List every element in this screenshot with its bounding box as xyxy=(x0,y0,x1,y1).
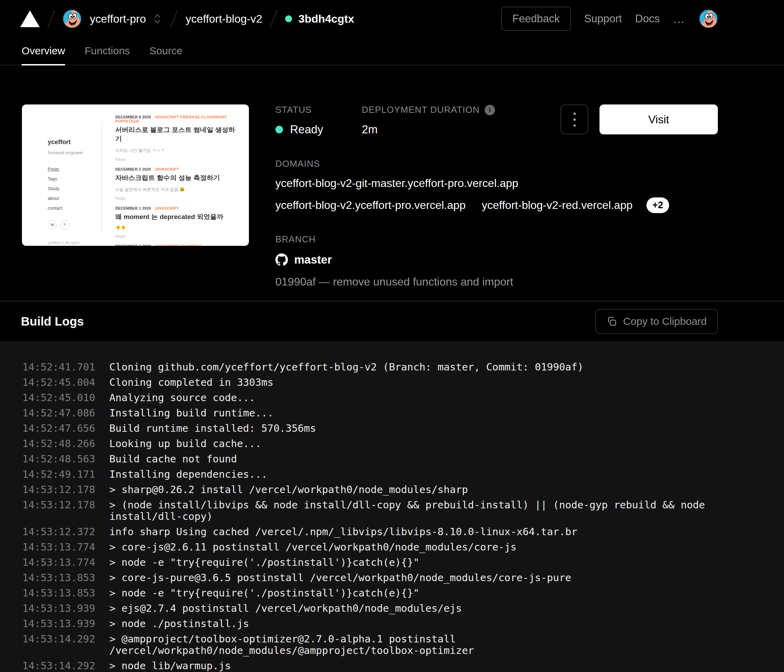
log-message: Installing build runtime... xyxy=(109,408,273,419)
preview-post-tags: JAVASCRIPT V8 NODEJS xyxy=(155,244,202,246)
preview-post: DECEMBER 8 2020JAVASCRIPT FIREBASE CLOUD… xyxy=(115,115,241,162)
status-block: STATUS Ready xyxy=(275,104,362,136)
domain-link[interactable]: yceffort-blog-v2-red.vercel.app xyxy=(482,199,633,212)
log-message: > sharp@0.26.2 install /vercel/workpath0… xyxy=(109,484,468,495)
preview-post-list: DECEMBER 8 2020JAVASCRIPT FIREBASE CLOUD… xyxy=(101,104,249,246)
branch-name[interactable]: master xyxy=(294,253,332,266)
log-timestamp: 14:53:12.372 xyxy=(22,526,97,538)
preview-site-nav: Posts Tags Study about contact xyxy=(48,166,96,211)
tab[interactable]: Overview xyxy=(22,37,65,65)
preview-post-read-link: Read xyxy=(115,196,241,201)
log-row: 14:52:41.701 Cloning github.com/yceffort… xyxy=(22,361,749,373)
preview-post-title: 자바스크립트 함수의 성능 측정하기 xyxy=(115,173,241,182)
domain-link[interactable]: yceffort-blog-v2.yceffort-pro.vercel.app xyxy=(275,199,466,212)
log-timestamp: 14:52:48.563 xyxy=(22,453,97,465)
breadcrumb-separator xyxy=(47,10,55,28)
build-logs-title: Build Logs xyxy=(21,314,84,328)
preview-post-tags: JAVASCRIPT xyxy=(155,206,179,210)
preview-nav-item: Study xyxy=(48,186,96,191)
log-message: > node -e "try{require('./postinstall')}… xyxy=(109,557,419,568)
log-timestamp: 14:52:41.701 xyxy=(22,361,97,373)
info-icon[interactable]: i xyxy=(485,105,495,115)
deployment-tabs: Overview Functions Source xyxy=(0,37,784,65)
preview-post-excerpt: 사실 실전에서 해본적은 거의 없음 😆 xyxy=(115,187,241,193)
domains-more-badge[interactable]: +2 xyxy=(647,198,669,213)
log-row: 14:53:13.939 > ejs@2.7.4 postinstall /ve… xyxy=(22,603,749,614)
log-row: 14:53:13.774 > core-js@2.6.11 postinstal… xyxy=(22,541,749,553)
log-timestamp: 14:53:13.774 xyxy=(22,541,97,553)
preview-post-read-link: Read xyxy=(115,157,241,162)
status-value: Ready xyxy=(290,123,323,136)
breadcrumb-project[interactable]: yceffort-blog-v2 xyxy=(185,12,262,25)
log-row: 14:53:12.178 > (node install/libvips && … xyxy=(22,499,749,522)
log-message: info sharp Using cached /vercel/.npm/_li… xyxy=(109,526,577,538)
preview-social-icons: ✉ ᴳ xyxy=(48,220,96,229)
log-timestamp: 14:53:14.292 xyxy=(22,633,97,645)
domain-link[interactable]: yceffort-blog-v2-git-master.yceffort-pro… xyxy=(275,177,518,190)
tab[interactable]: Source xyxy=(149,37,182,65)
visit-button[interactable]: Visit xyxy=(599,104,718,134)
tab-label: Overview xyxy=(22,45,65,57)
log-timestamp: 14:52:45.010 xyxy=(22,392,97,404)
preview-post-date: DECEMBER 1 2020 xyxy=(115,244,151,246)
breadcrumb-deployment: 3bdh4cgtx xyxy=(299,12,354,25)
preview-post-excerpt: 어차피 나만 볼거임 ㅋㅅㅋ xyxy=(115,148,241,154)
preview-post-title: 서버리스로 블로그 포스트 썸네일 생성하기 xyxy=(115,125,241,143)
preview-post-tags: JAVASCRIPT xyxy=(155,167,179,171)
preview-post: DECEMBER 2 2020JAVASCRIPT 자바스크립트 함수의 성능 … xyxy=(115,167,241,201)
more-menu-icon[interactable]: … xyxy=(673,15,686,22)
feedback-button[interactable]: Feedback xyxy=(501,6,571,31)
scope-selector-icon[interactable] xyxy=(152,13,163,25)
log-timestamp: 14:52:47.656 xyxy=(22,423,97,434)
deployment-meta: STATUS Ready DEPLOYMENT DURATION i 2m Vi… xyxy=(275,104,718,288)
breadcrumb-separator xyxy=(270,10,277,28)
deployment-status-dot xyxy=(285,15,292,22)
team-avatar[interactable] xyxy=(63,9,81,28)
log-message: > node lib/warmup.js xyxy=(109,660,231,672)
preview-nav-item: Posts xyxy=(48,166,96,172)
user-avatar[interactable] xyxy=(699,9,718,28)
log-row: 14:52:48.563 Build cache not found xyxy=(22,453,749,465)
log-row: 14:53:12.178 > sharp@0.26.2 install /ver… xyxy=(22,484,749,495)
github-icon xyxy=(275,254,288,266)
preview-nav-item: about xyxy=(48,196,96,201)
breadcrumb-separator xyxy=(170,10,178,28)
log-row: 14:53:13.774 > node -e "try{require('./p… xyxy=(22,557,749,568)
vercel-logo-icon[interactable] xyxy=(20,11,40,27)
log-row: 14:53:14.292 > node lib/warmup.js xyxy=(22,660,749,672)
breadcrumb-team[interactable]: yceffort-pro xyxy=(90,12,146,25)
preview-footer: yceffort © All rights reserved. xyxy=(48,241,96,246)
deployment-preview-thumbnail[interactable]: yceffort frontend engineer Posts Tags St… xyxy=(22,104,249,246)
preview-post-read-link: Read xyxy=(115,234,241,239)
preview-post-excerpt: 👎👎 xyxy=(115,226,241,230)
branch-block: BRANCH master 01990af — remove unused fu… xyxy=(275,234,718,288)
support-link[interactable]: Support xyxy=(584,12,622,25)
deployment-overview: yceffort frontend engineer Posts Tags St… xyxy=(0,65,784,301)
log-row: 14:53:13.939 > node ./postinstall.js xyxy=(22,618,749,630)
log-timestamp: 14:52:47.086 xyxy=(22,408,97,419)
docs-link[interactable]: Docs xyxy=(635,12,660,25)
log-timestamp: 14:52:49.171 xyxy=(22,469,97,480)
log-message: Cloning github.com/yceffort/yceffort-blo… xyxy=(109,361,583,373)
log-row: 14:52:49.171 Installing dependencies... xyxy=(22,469,749,480)
top-navbar: yceffort-pro yceffort-blog-v2 3bdh4cgtx … xyxy=(0,0,784,37)
copy-to-clipboard-button[interactable]: Copy to Clipboard xyxy=(595,309,718,334)
log-timestamp: 14:53:12.178 xyxy=(22,484,97,495)
tab-label: Functions xyxy=(85,45,130,57)
preview-post: DECEMBER 1 2020JAVASCRIPT V8 NODEJS 자바스크… xyxy=(115,244,241,246)
kebab-menu-button[interactable] xyxy=(560,104,588,134)
log-message: > node -e "try{require('./postinstall')}… xyxy=(109,587,419,599)
log-message: Build cache not found xyxy=(109,453,237,465)
tab[interactable]: Functions xyxy=(85,37,130,65)
log-message: Cloning completed in 3303ms xyxy=(109,377,273,388)
github-icon: ᴳ xyxy=(60,220,69,229)
domains-label: DOMAINS xyxy=(275,159,718,169)
duration-block: DEPLOYMENT DURATION i 2m xyxy=(362,104,495,136)
log-timestamp: 14:53:14.292 xyxy=(22,660,97,672)
duration-value: 2m xyxy=(362,123,495,136)
preview-site-role: frontend engineer xyxy=(48,150,96,155)
log-timestamp: 14:52:45.004 xyxy=(22,377,97,388)
log-row: 14:52:47.656 Build runtime installed: 57… xyxy=(22,423,749,434)
log-timestamp: 14:52:48.266 xyxy=(22,438,97,450)
log-timestamp: 14:53:13.853 xyxy=(22,587,97,599)
